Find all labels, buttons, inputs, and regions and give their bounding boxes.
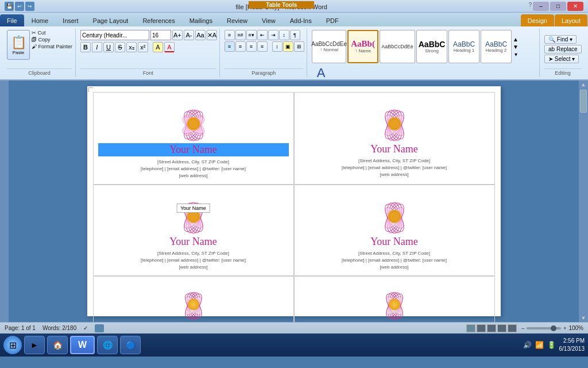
ribbon: File Home Insert Page Layout References … xyxy=(0,13,588,80)
card-1-name[interactable]: Your Name xyxy=(98,143,289,156)
save-icon[interactable]: 💾 xyxy=(5,2,14,11)
scroll-thumb[interactable] xyxy=(580,90,587,113)
superscript-button[interactable]: x² xyxy=(138,42,148,52)
style-heading2-button[interactable]: AaBbC Heading 2 xyxy=(481,30,512,63)
web-layout-button[interactable] xyxy=(487,324,496,332)
style-name-button[interactable]: AaBb( ↑ Name xyxy=(347,30,378,63)
outline-button[interactable] xyxy=(497,324,506,332)
select-button[interactable]: ➤ Select ▾ xyxy=(544,55,579,63)
taskbar-btn-folder[interactable]: 🏠 xyxy=(47,336,68,354)
italic-button[interactable]: I xyxy=(92,42,102,52)
clipboard-label: Clipboard xyxy=(7,68,72,76)
styles-group: AaBbCcDdEe ↑ Normal AaBb( ↑ Name AaBbCcD… xyxy=(308,29,540,77)
business-card-5[interactable] xyxy=(93,276,294,322)
styles-scroll-down[interactable]: ▼ xyxy=(513,44,519,50)
clear-formatting-button[interactable]: ✕A xyxy=(207,30,217,40)
font-grow-button[interactable]: A+ xyxy=(172,30,183,40)
styles-expand[interactable]: ▾ xyxy=(514,51,517,57)
card-4-name[interactable]: Your Name xyxy=(370,236,418,248)
format-painter-button[interactable]: 🖌 Format Painter xyxy=(32,44,72,49)
business-card-3[interactable]: Your Name [Street Address, City, ST ZIP … xyxy=(93,185,294,276)
minimize-button[interactable]: – xyxy=(533,2,549,11)
subscript-button[interactable]: x₂ xyxy=(126,42,137,52)
business-card-4[interactable]: Your Name [Street Address, City, ST ZIP … xyxy=(294,185,495,276)
card-3-name[interactable]: Your Name xyxy=(169,236,217,248)
replace-button[interactable]: ab Replace xyxy=(544,45,582,53)
zoom-in-button[interactable]: + xyxy=(563,325,566,331)
underline-button[interactable]: U xyxy=(103,42,114,52)
line-spacing-button[interactable]: ↕ xyxy=(272,41,283,52)
increase-indent-button[interactable]: ⇥ xyxy=(268,30,278,40)
find-button[interactable]: 🔍 Find ▾ xyxy=(544,35,577,44)
full-screen-button[interactable] xyxy=(477,324,486,332)
business-card-6[interactable] xyxy=(294,276,495,322)
vertical-scrollbar[interactable]: ▲ ▼ xyxy=(579,80,588,322)
sort-button[interactable]: ↕ xyxy=(279,30,289,40)
window-controls[interactable]: ? – □ ✕ xyxy=(528,2,583,11)
card-4-info: [Street Address, City, ST ZIP Code] [tel… xyxy=(342,250,447,271)
redo-icon[interactable]: ↪ xyxy=(25,2,34,11)
style-3-button[interactable]: AaBbCcDdEe xyxy=(380,30,415,63)
taskbar-btn-ie[interactable]: 🌐 xyxy=(97,336,118,354)
tab-add-ins[interactable]: Add-Ins xyxy=(283,14,319,26)
justify-button[interactable]: ≡ xyxy=(257,41,268,52)
style-normal-button[interactable]: AaBbCcDdEe ↑ Normal xyxy=(312,30,346,63)
decrease-indent-button[interactable]: ⇤ xyxy=(257,30,268,40)
font-change-case-button[interactable]: Aa xyxy=(195,30,206,40)
tab-review[interactable]: Review xyxy=(220,14,254,26)
copy-button[interactable]: 🗐 Copy xyxy=(32,37,72,43)
tab-design[interactable]: Design xyxy=(521,14,554,26)
tab-mailings[interactable]: Mailings xyxy=(183,14,219,26)
font-controls: A+ A- Aa ✕A B I U S x₂ x² A A xyxy=(80,30,217,52)
bullets-button[interactable]: ≡ xyxy=(225,30,235,40)
zoom-out-button[interactable]: – xyxy=(521,325,524,331)
style-heading1-button[interactable]: AaBbC Heading 1 xyxy=(448,30,479,63)
show-formatting-button[interactable]: ¶ xyxy=(290,30,300,40)
start-button[interactable]: ⊞ xyxy=(3,336,22,354)
bold-button[interactable]: B xyxy=(80,42,91,52)
tab-page-layout[interactable]: Page Layout xyxy=(86,14,136,26)
font-family-select[interactable] xyxy=(80,30,149,40)
align-left-button[interactable]: ≡ xyxy=(225,41,235,52)
print-layout-button[interactable] xyxy=(466,324,475,332)
taskbar-btn-word[interactable]: W xyxy=(70,336,95,354)
tab-layout[interactable]: Layout xyxy=(555,14,587,26)
multilevel-button[interactable]: ≡▾ xyxy=(246,30,257,40)
paragraph-content: ≡ ≡# ≡▾ ⇤ ⇥ ↕ ¶ ≡ ≡ ≡ ≡ ↕ xyxy=(225,30,304,68)
align-center-button[interactable]: ≡ xyxy=(235,41,246,52)
tray-icon-2: 📶 xyxy=(535,341,544,349)
card-2-name[interactable]: Your Name xyxy=(370,143,418,155)
style-strong-button[interactable]: AaBbC Strong xyxy=(416,30,447,63)
taskbar-btn-media[interactable]: ► xyxy=(24,336,45,354)
business-card-2[interactable]: Your Name [Street Address, City, ST ZIP … xyxy=(294,92,495,185)
font-color-button[interactable]: A xyxy=(164,42,175,52)
zoom-slider[interactable] xyxy=(527,327,561,329)
paste-button[interactable]: 📋 Paste xyxy=(7,30,30,60)
tab-pdf[interactable]: PDF xyxy=(319,14,346,26)
tab-file[interactable]: File xyxy=(0,14,24,26)
word-count: Words: 2/180 xyxy=(42,325,76,331)
tab-view[interactable]: View xyxy=(255,14,283,26)
align-right-button[interactable]: ≡ xyxy=(246,41,257,52)
borders-button[interactable]: ⊞ xyxy=(294,41,304,52)
text-highlight-button[interactable]: A xyxy=(153,42,163,52)
cut-button[interactable]: ✂ Cut xyxy=(32,30,72,36)
taskbar-btn-chrome[interactable]: 🔵 xyxy=(120,336,141,354)
tab-references[interactable]: References xyxy=(136,14,181,26)
undo-icon[interactable]: ↩ xyxy=(15,2,24,11)
styles-scroll-up[interactable]: ▲ xyxy=(513,36,519,43)
help-icon[interactable]: ? xyxy=(528,2,532,11)
tab-insert[interactable]: Insert xyxy=(56,14,86,26)
font-size-select[interactable] xyxy=(150,30,171,40)
font-shrink-button[interactable]: A- xyxy=(184,30,194,40)
tab-home[interactable]: Home xyxy=(25,14,55,26)
paper: Your Name Your Name [Street Address, Cit… xyxy=(87,86,501,316)
business-card-1[interactable]: Your Name Your Name [Street Address, Cit… xyxy=(93,92,294,185)
shading-button[interactable]: ▣ xyxy=(283,41,293,52)
maximize-button[interactable]: □ xyxy=(550,2,566,11)
strikethrough-button[interactable]: S xyxy=(115,42,125,52)
close-button[interactable]: ✕ xyxy=(567,2,583,11)
numbering-button[interactable]: ≡# xyxy=(235,30,246,40)
system-clock: 2:56 PM 6/13/2013 xyxy=(559,337,585,353)
draft-button[interactable] xyxy=(508,324,517,332)
